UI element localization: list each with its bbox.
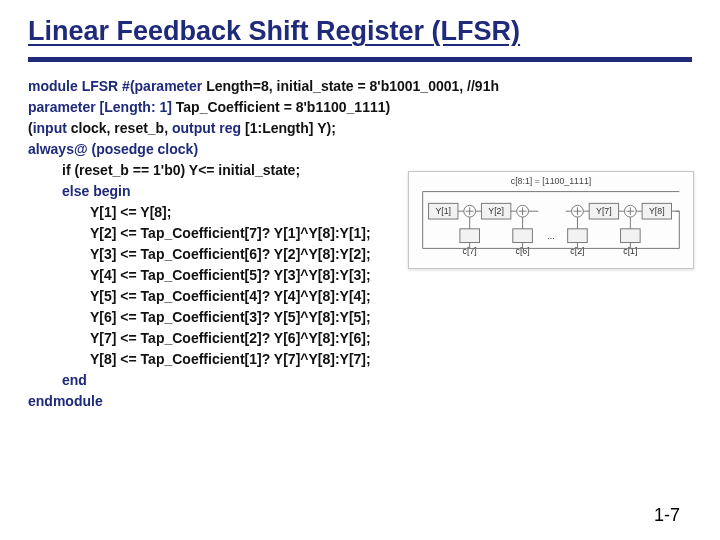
title-underline xyxy=(28,57,692,62)
svg-rect-11 xyxy=(621,229,641,243)
slide-title: Linear Feedback Shift Register (LFSR) xyxy=(28,16,692,47)
code-line: Y[7] <= Tap_Coefficient[2]? Y[6]^Y[8]:Y[… xyxy=(28,328,692,349)
reg-label: Y[7] xyxy=(596,206,612,216)
kw-output: output reg xyxy=(172,120,245,136)
kw-module: module LFSR #(parameter xyxy=(28,78,202,94)
lfsr-diagram: c[8:1] = [1100_1111] Y[1] Y[2] Y[7] Y[8] xyxy=(408,171,694,269)
code-line: end xyxy=(28,370,692,391)
svg-rect-8 xyxy=(460,229,480,243)
code-line: Y[5] <= Tap_Coefficient[4]? Y[4]^Y[8]:Y[… xyxy=(28,286,692,307)
kw-always: always@ (posedge clock) xyxy=(28,141,198,157)
t: initial_state = 8'b1001_0001, //91h xyxy=(273,78,499,94)
kw-input: input xyxy=(33,120,67,136)
kw-parameter: parameter [Length: 1] xyxy=(28,99,172,115)
code-line: (input clock, reset_b, output reg [1:Len… xyxy=(28,118,692,139)
page-number: 1-7 xyxy=(654,505,680,526)
t: Tap_Coefficient = 8'b1100_1111) xyxy=(172,99,390,115)
svg-rect-10 xyxy=(568,229,588,243)
kw-else-begin: else begin xyxy=(62,183,130,199)
code-line: Y[6] <= Tap_Coefficient[3]? Y[5]^Y[8]:Y[… xyxy=(28,307,692,328)
code-line: module LFSR #(parameter Length=8, initia… xyxy=(28,76,692,97)
code-line: endmodule xyxy=(28,391,692,412)
t: [1:Length] Y); xyxy=(245,120,336,136)
kw-endmodule: endmodule xyxy=(28,393,103,409)
reg-label: Y[1] xyxy=(435,206,451,216)
diagram-caption: c[8:1] = [1100_1111] xyxy=(511,176,591,186)
code-line: Y[8] <= Tap_Coefficient[1]? Y[7]^Y[8]:Y[… xyxy=(28,349,692,370)
t: clock, reset_b, xyxy=(67,120,172,136)
kw-end: end xyxy=(62,372,87,388)
svg-rect-9 xyxy=(513,229,533,243)
code-line: always@ (posedge clock) xyxy=(28,139,692,160)
code-line: parameter [Length: 1] Tap_Coefficient = … xyxy=(28,97,692,118)
t: Length=8, xyxy=(202,78,272,94)
reg-label: Y[8] xyxy=(649,206,665,216)
reg-label: Y[2] xyxy=(488,206,504,216)
tap-ellipsis: ... xyxy=(547,231,554,241)
